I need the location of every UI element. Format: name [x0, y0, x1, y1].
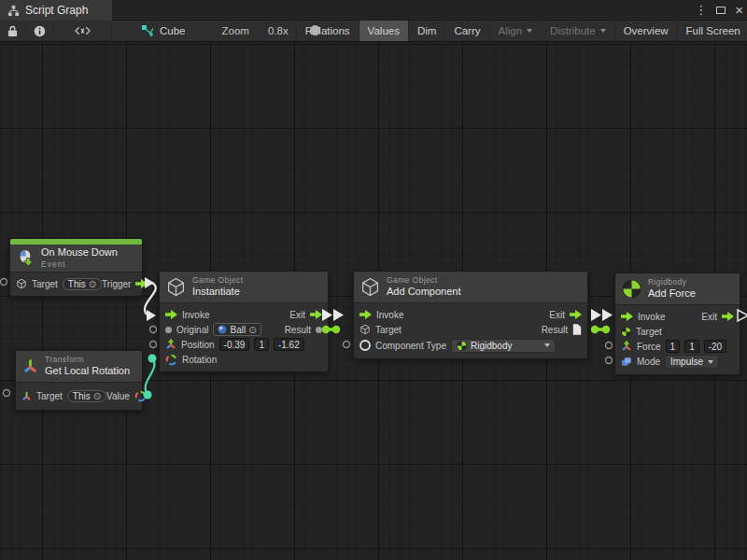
- flow-arrow-icon[interactable]: [310, 310, 322, 319]
- node-category: Transform: [45, 355, 130, 365]
- original-object-chip[interactable]: Ball ⊙: [213, 323, 261, 336]
- port-omd-target[interactable]: [1, 279, 7, 286]
- port-label-component-type: Component Type: [375, 341, 446, 351]
- graph-canvas[interactable]: On Mouse Down Event Target This ⊙: [0, 42, 747, 560]
- force-y-input[interactable]: 1: [684, 340, 699, 353]
- graph-hierarchy-icon: [7, 5, 20, 17]
- node-get-local-rotation[interactable]: Transform Get Local Rotation Target This…: [15, 350, 143, 411]
- force-x-input[interactable]: 1: [666, 340, 681, 353]
- object-picker-icon[interactable]: ⊙: [93, 391, 101, 401]
- value-port-dot[interactable]: [316, 327, 322, 333]
- value-port-dot[interactable]: [165, 327, 172, 333]
- lock-button[interactable]: [0, 21, 26, 41]
- flow-arrow-icon[interactable]: [722, 312, 734, 321]
- position-y-input[interactable]: 1: [254, 338, 269, 351]
- node-category: Game Object: [192, 275, 243, 286]
- port-label-trigger: Trigger: [102, 279, 131, 289]
- dim-button[interactable]: Dim: [409, 21, 445, 41]
- graph-toolbar: Cube Zoom 0.8x Relations Values Dim Carr…: [0, 21, 747, 42]
- position-z-input[interactable]: -1.62: [274, 338, 304, 351]
- value-port[interactable]: [591, 326, 599, 333]
- flow-link-exit-invoke-1b[interactable]: [333, 309, 344, 321]
- rigidbody-icon: [621, 327, 631, 337]
- port-label-position: Position: [181, 340, 215, 350]
- inspect-button[interactable]: [26, 21, 54, 41]
- zoom-slider-handle[interactable]: [310, 25, 320, 35]
- port-label-mode: Mode: [637, 357, 660, 367]
- object-picker-icon[interactable]: ⊙: [89, 279, 96, 289]
- full-screen-button[interactable]: Full Screen: [678, 21, 747, 41]
- port-instantiate-position[interactable]: [150, 342, 157, 348]
- tab-script-graph[interactable]: Script Graph: [0, 0, 112, 21]
- target-self-chip[interactable]: This ⊙: [63, 278, 102, 290]
- port-addcomponent-type[interactable]: [344, 342, 350, 348]
- port-label-value: Value: [106, 391, 130, 401]
- port-label-result: Result: [542, 325, 568, 335]
- document-icon[interactable]: [572, 324, 582, 335]
- chevron-down-icon: [544, 343, 550, 347]
- flow-arrow-icon[interactable]: [570, 310, 582, 319]
- flow-arrow-icon[interactable]: [621, 312, 633, 321]
- node-subtitle: Event: [41, 259, 118, 270]
- overview-button[interactable]: Overview: [615, 21, 678, 41]
- game-object-icon: [360, 277, 380, 297]
- flow-link-exit-invoke-2[interactable]: [591, 309, 601, 321]
- window-menu-icon[interactable]: ⋮: [695, 0, 707, 21]
- align-button[interactable]: Align: [490, 21, 543, 41]
- force-z-input[interactable]: -20: [704, 340, 726, 353]
- flow-link-exit-invoke-2b[interactable]: [602, 309, 613, 321]
- port-addforce-force[interactable]: [606, 343, 613, 349]
- type-circle-icon: [359, 340, 371, 351]
- flow-arrow-icon[interactable]: [165, 310, 177, 319]
- value-wire-rotation[interactable]: [146, 358, 155, 395]
- port-label-exit: Exit: [549, 310, 565, 320]
- port-label-original: Original: [176, 325, 208, 335]
- node-on-mouse-down[interactable]: On Mouse Down Event Target This ⊙: [9, 238, 143, 297]
- port-label-invoke: Invoke: [638, 312, 665, 322]
- zoom-value: 0.8x: [268, 25, 289, 36]
- transform-icon: [21, 391, 32, 401]
- code-brackets-icon: [75, 26, 91, 35]
- graph-node-icon: [141, 24, 154, 37]
- component-type-dropdown[interactable]: Rigidbody: [451, 339, 556, 353]
- port-label-rotation: Rotation: [182, 355, 217, 365]
- value-port[interactable]: [332, 326, 340, 333]
- mouse-down-icon: [17, 249, 35, 267]
- target-self-chip[interactable]: This ⊙: [67, 390, 106, 402]
- graph-breadcrumb[interactable]: Cube: [133, 21, 194, 41]
- port-addforce-mode[interactable]: [606, 357, 613, 364]
- chevron-down-icon: [600, 29, 606, 33]
- port-instantiate-original[interactable]: [150, 327, 157, 333]
- graph-name-label: Cube: [160, 25, 186, 36]
- node-title: On Mouse Down: [41, 246, 118, 259]
- node-instantiate[interactable]: Game Object Instantiate Invoke Exit: [159, 271, 329, 372]
- node-add-force[interactable]: Rigidbody Add Force Invoke Exit: [614, 273, 740, 375]
- node-title: Get Local Rotation: [45, 365, 130, 378]
- force-mode-dropdown[interactable]: Impulse: [665, 355, 719, 369]
- flow-arrow-icon[interactable]: [135, 279, 148, 288]
- window-close-icon[interactable]: ×: [735, 0, 743, 21]
- flow-arrow-icon[interactable]: [359, 310, 372, 319]
- rigidbody-icon: [622, 279, 641, 299]
- info-icon: [34, 25, 46, 37]
- position-x-input[interactable]: -0.39: [219, 338, 250, 351]
- value-port[interactable]: [602, 326, 610, 333]
- node-title: Add Force: [648, 287, 696, 301]
- distribute-button[interactable]: Distribute: [542, 21, 615, 41]
- port-glr-target[interactable]: [4, 390, 10, 397]
- values-button[interactable]: Values: [359, 21, 409, 41]
- game-object-icon: [359, 324, 371, 335]
- zoom-label: Zoom: [222, 25, 249, 36]
- node-add-component[interactable]: Game Object Add Component Invoke Exit: [353, 271, 588, 359]
- ball-sphere-icon: [218, 325, 227, 334]
- value-port-rotation-in[interactable]: [148, 355, 157, 363]
- port-label-invoke: Invoke: [376, 310, 403, 320]
- object-picker-icon[interactable]: ⊙: [248, 325, 256, 335]
- carry-button[interactable]: Carry: [445, 21, 489, 41]
- flow-port-invoke-in-instantiate[interactable]: [147, 310, 156, 321]
- edit-graph-button[interactable]: [54, 21, 112, 41]
- force-mode-icon: [621, 357, 632, 367]
- chevron-down-icon: [708, 360, 713, 364]
- window-maximize-icon[interactable]: [716, 0, 726, 21]
- relations-button[interactable]: Relations: [296, 21, 359, 41]
